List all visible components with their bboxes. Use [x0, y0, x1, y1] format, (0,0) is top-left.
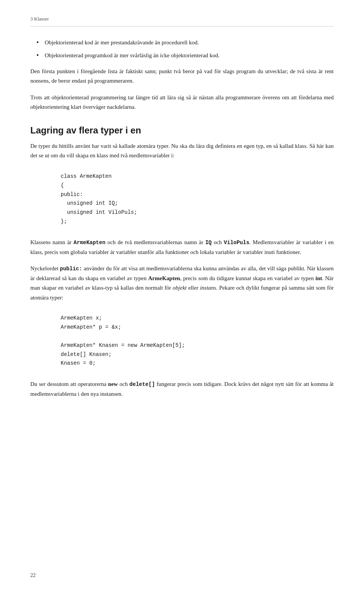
inline-code-delete: delete[] — [129, 381, 155, 387]
inline-bold-armekapten: ArmeKapten — [148, 275, 180, 281]
inline-italic-objekt: objekt — [173, 285, 187, 291]
paragraph-2: Trots att objektorienterad programmering… — [30, 93, 334, 112]
bullet-list: Objektorienterad kod är mer prestandakrä… — [30, 38, 334, 60]
inline-bold-new: new — [108, 381, 118, 387]
bullet-text-2: Objektorienterad programkod är mer svårl… — [45, 52, 220, 58]
code-block-1: class ArmeKapten { public: unsigned int … — [30, 168, 334, 231]
inline-code-iq: IQ — [205, 240, 212, 246]
paragraph-4: Klassens namn är ArmeKapten och de två m… — [30, 238, 334, 257]
paragraph-1: Den första punkten i föregående lista är… — [30, 67, 334, 86]
inline-code-public: public: — [60, 266, 82, 272]
paragraph-6: Du ser dessutom att operatorerna new och… — [30, 379, 334, 399]
chapter-label: 3 Klasser — [30, 15, 49, 23]
paragraph-5: Nyckelordet public: använder du för att … — [30, 264, 334, 303]
header-bar: 3 Klasser — [30, 15, 334, 27]
page-number: 22 — [30, 571, 36, 580]
inline-italic-instans: instans — [200, 285, 216, 291]
list-item: Objektorienterad programkod är mer svårl… — [34, 51, 334, 60]
inline-code-armekapten-1: ArmeKapten — [74, 240, 105, 246]
inline-bold-int: int — [315, 275, 322, 281]
bullet-text-1: Objektorienterad kod är mer prestandakrä… — [45, 39, 199, 45]
code-block-2: ArmeKapten x; ArmeKapten* p = &x; ArmeKa… — [30, 309, 334, 373]
section-heading: Lagring av flera typer i en — [30, 124, 334, 136]
paragraph-3: De typer du hittills använt har varit så… — [30, 141, 334, 161]
list-item: Objektorienterad kod är mer prestandakrä… — [34, 38, 334, 47]
page-container: 3 Klasser Objektorienterad kod är mer pr… — [0, 0, 364, 591]
inline-code-vilopuls: ViloPuls — [224, 240, 249, 246]
